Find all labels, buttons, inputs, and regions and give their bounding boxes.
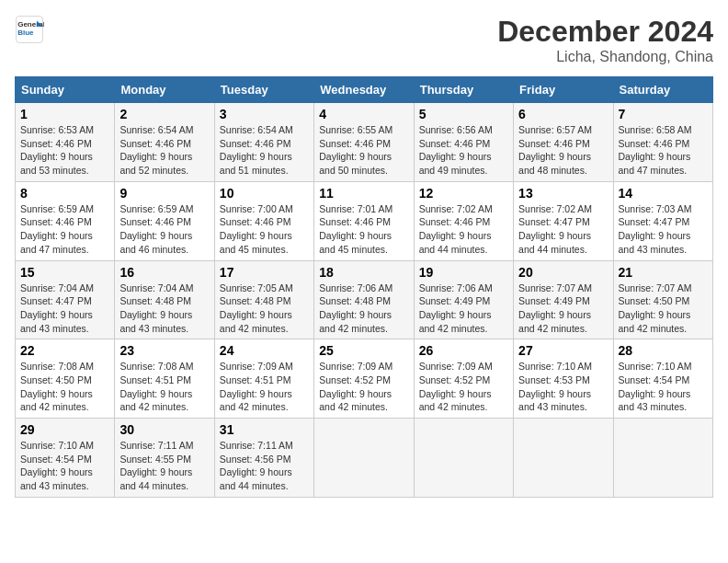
weekday-header-sunday: Sunday <box>16 77 115 103</box>
day-number: 4 <box>319 107 408 121</box>
calendar-cell: 7Sunrise: 6:58 AMSunset: 4:46 PMDaylight… <box>613 103 712 182</box>
day-info: Sunrise: 7:06 AMSunset: 4:48 PMDaylight:… <box>319 282 392 334</box>
calendar-cell: 20Sunrise: 7:07 AMSunset: 4:49 PMDayligh… <box>514 260 613 339</box>
calendar-cell: 28Sunrise: 7:10 AMSunset: 4:54 PMDayligh… <box>613 339 712 419</box>
calendar-cell: 5Sunrise: 6:56 AMSunset: 4:46 PMDaylight… <box>414 103 513 182</box>
day-number: 22 <box>20 343 109 358</box>
day-number: 6 <box>518 107 608 121</box>
calendar-week-row: 29Sunrise: 7:10 AMSunset: 4:54 PMDayligh… <box>16 419 713 498</box>
day-info: Sunrise: 7:07 AMSunset: 4:50 PMDaylight:… <box>619 282 692 334</box>
day-info: Sunrise: 7:03 AMSunset: 4:47 PMDaylight:… <box>619 203 692 255</box>
weekday-header-row: SundayMondayTuesdayWednesdayThursdayFrid… <box>16 77 713 103</box>
day-info: Sunrise: 7:04 AMSunset: 4:47 PMDaylight:… <box>20 282 94 334</box>
day-number: 16 <box>119 265 209 280</box>
weekday-header-saturday: Saturday <box>613 77 712 103</box>
calendar-week-row: 1Sunrise: 6:53 AMSunset: 4:46 PMDaylight… <box>16 103 713 182</box>
day-number: 3 <box>220 107 309 121</box>
calendar-cell: 18Sunrise: 7:06 AMSunset: 4:48 PMDayligh… <box>314 260 414 339</box>
weekday-header-friday: Friday <box>514 77 613 103</box>
day-number: 24 <box>220 343 309 358</box>
calendar-cell <box>414 419 513 498</box>
day-info: Sunrise: 7:10 AMSunset: 4:53 PMDaylight:… <box>518 361 592 412</box>
day-info: Sunrise: 7:11 AMSunset: 4:56 PMDaylight:… <box>220 440 293 491</box>
weekday-header-monday: Monday <box>115 77 214 103</box>
calendar-cell: 8Sunrise: 6:59 AMSunset: 4:46 PMDaylight… <box>16 181 115 260</box>
calendar-cell: 17Sunrise: 7:05 AMSunset: 4:48 PMDayligh… <box>214 260 313 339</box>
calendar-cell <box>314 419 414 498</box>
page-header: General Blue December 2024 Licha, Shando… <box>15 15 713 65</box>
day-number: 25 <box>319 343 408 358</box>
calendar-cell: 16Sunrise: 7:04 AMSunset: 4:48 PMDayligh… <box>115 260 214 339</box>
day-info: Sunrise: 7:09 AMSunset: 4:52 PMDaylight:… <box>319 361 392 412</box>
calendar-cell: 31Sunrise: 7:11 AMSunset: 4:56 PMDayligh… <box>214 419 313 498</box>
day-number: 8 <box>20 186 109 201</box>
calendar-cell: 13Sunrise: 7:02 AMSunset: 4:47 PMDayligh… <box>514 181 613 260</box>
calendar-cell: 6Sunrise: 6:57 AMSunset: 4:46 PMDaylight… <box>514 103 613 182</box>
calendar-cell: 11Sunrise: 7:01 AMSunset: 4:46 PMDayligh… <box>314 181 414 260</box>
calendar-cell: 23Sunrise: 7:08 AMSunset: 4:51 PMDayligh… <box>115 339 214 419</box>
location: Licha, Shandong, China <box>497 49 713 65</box>
calendar-cell: 3Sunrise: 6:54 AMSunset: 4:46 PMDaylight… <box>214 103 313 182</box>
day-info: Sunrise: 7:01 AMSunset: 4:46 PMDaylight:… <box>319 203 392 255</box>
calendar-cell: 15Sunrise: 7:04 AMSunset: 4:47 PMDayligh… <box>16 260 115 339</box>
calendar-cell: 10Sunrise: 7:00 AMSunset: 4:46 PMDayligh… <box>214 181 313 260</box>
day-info: Sunrise: 6:54 AMSunset: 4:46 PMDaylight:… <box>119 124 193 176</box>
calendar-cell: 19Sunrise: 7:06 AMSunset: 4:49 PMDayligh… <box>414 260 513 339</box>
day-info: Sunrise: 7:08 AMSunset: 4:50 PMDaylight:… <box>20 361 94 412</box>
day-info: Sunrise: 6:53 AMSunset: 4:46 PMDaylight:… <box>20 124 94 176</box>
day-number: 26 <box>419 343 508 358</box>
calendar-cell: 29Sunrise: 7:10 AMSunset: 4:54 PMDayligh… <box>16 419 115 498</box>
calendar-cell: 9Sunrise: 6:59 AMSunset: 4:46 PMDaylight… <box>115 181 214 260</box>
day-number: 31 <box>220 422 309 437</box>
calendar-week-row: 15Sunrise: 7:04 AMSunset: 4:47 PMDayligh… <box>16 260 713 339</box>
day-info: Sunrise: 7:11 AMSunset: 4:55 PMDaylight:… <box>119 440 193 491</box>
day-number: 29 <box>20 422 109 437</box>
calendar-cell <box>613 419 712 498</box>
day-number: 13 <box>518 186 608 201</box>
calendar-week-row: 22Sunrise: 7:08 AMSunset: 4:50 PMDayligh… <box>16 339 713 419</box>
day-info: Sunrise: 7:10 AMSunset: 4:54 PMDaylight:… <box>619 361 692 412</box>
calendar-cell: 27Sunrise: 7:10 AMSunset: 4:53 PMDayligh… <box>514 339 613 419</box>
day-info: Sunrise: 6:59 AMSunset: 4:46 PMDaylight:… <box>20 203 94 255</box>
day-number: 10 <box>220 186 309 201</box>
day-info: Sunrise: 7:04 AMSunset: 4:48 PMDaylight:… <box>119 282 193 334</box>
calendar-cell: 24Sunrise: 7:09 AMSunset: 4:51 PMDayligh… <box>214 339 313 419</box>
calendar-cell: 1Sunrise: 6:53 AMSunset: 4:46 PMDaylight… <box>16 103 115 182</box>
calendar-cell: 26Sunrise: 7:09 AMSunset: 4:52 PMDayligh… <box>414 339 513 419</box>
weekday-header-thursday: Thursday <box>414 77 513 103</box>
day-number: 21 <box>619 265 708 280</box>
day-number: 5 <box>419 107 508 121</box>
day-number: 11 <box>319 186 408 201</box>
day-info: Sunrise: 7:10 AMSunset: 4:54 PMDaylight:… <box>20 440 94 491</box>
day-info: Sunrise: 6:59 AMSunset: 4:46 PMDaylight:… <box>119 203 193 255</box>
calendar-cell <box>514 419 613 498</box>
day-number: 30 <box>119 422 209 437</box>
day-number: 12 <box>419 186 508 201</box>
logo: General Blue <box>15 15 44 44</box>
weekday-header-wednesday: Wednesday <box>314 77 414 103</box>
day-number: 18 <box>319 265 408 280</box>
day-info: Sunrise: 6:55 AMSunset: 4:46 PMDaylight:… <box>319 124 392 176</box>
day-info: Sunrise: 7:06 AMSunset: 4:49 PMDaylight:… <box>419 282 493 334</box>
day-number: 28 <box>619 343 708 358</box>
logo-icon: General Blue <box>15 15 44 44</box>
weekday-header-tuesday: Tuesday <box>214 77 313 103</box>
calendar-cell: 25Sunrise: 7:09 AMSunset: 4:52 PMDayligh… <box>314 339 414 419</box>
day-number: 15 <box>20 265 109 280</box>
day-number: 9 <box>119 186 209 201</box>
day-number: 17 <box>220 265 309 280</box>
day-info: Sunrise: 6:57 AMSunset: 4:46 PMDaylight:… <box>518 124 592 176</box>
calendar-cell: 21Sunrise: 7:07 AMSunset: 4:50 PMDayligh… <box>613 260 712 339</box>
day-number: 2 <box>119 107 209 121</box>
day-number: 14 <box>619 186 708 201</box>
day-info: Sunrise: 7:05 AMSunset: 4:48 PMDaylight:… <box>220 282 293 334</box>
calendar-cell: 30Sunrise: 7:11 AMSunset: 4:55 PMDayligh… <box>115 419 214 498</box>
day-info: Sunrise: 7:09 AMSunset: 4:52 PMDaylight:… <box>419 361 493 412</box>
day-info: Sunrise: 7:00 AMSunset: 4:46 PMDaylight:… <box>220 203 293 255</box>
day-number: 19 <box>419 265 508 280</box>
calendar-cell: 22Sunrise: 7:08 AMSunset: 4:50 PMDayligh… <box>16 339 115 419</box>
day-number: 1 <box>20 107 109 121</box>
day-info: Sunrise: 7:02 AMSunset: 4:46 PMDaylight:… <box>419 203 493 255</box>
calendar-cell: 4Sunrise: 6:55 AMSunset: 4:46 PMDaylight… <box>314 103 414 182</box>
calendar-cell: 12Sunrise: 7:02 AMSunset: 4:46 PMDayligh… <box>414 181 513 260</box>
